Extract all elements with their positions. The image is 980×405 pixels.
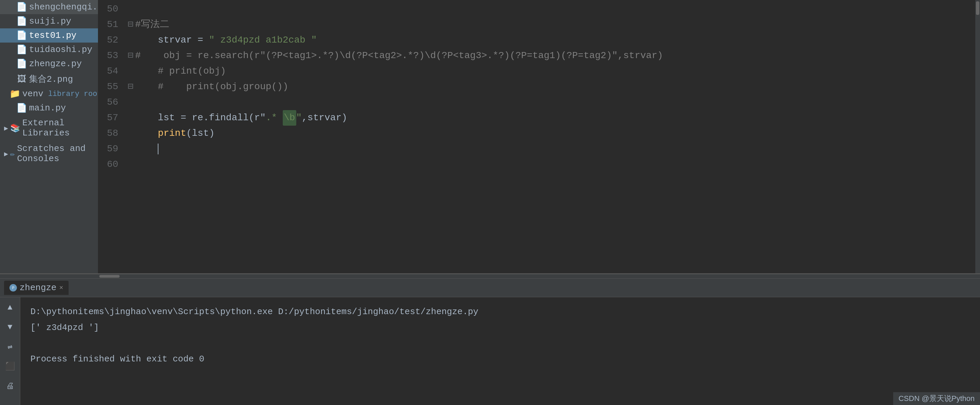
venv-extra: library root (48, 90, 98, 98)
folder-icon: 📁 (10, 89, 20, 98)
command-line: D:\pythonitems\jinghao\venv\Scripts\pyth… (30, 304, 970, 320)
str-52: " z3d4pzd a1b2cab " (209, 33, 317, 48)
sidebar: 📄 shengchengqi.py 📄 suiji.py 📄 test01.py… (0, 0, 98, 273)
comment-54: # print(obj) (135, 64, 226, 79)
h-scrollbar-thumb[interactable] (99, 275, 119, 278)
line-numbers: 50 51 52 53 54 55 56 57 58 59 60 (98, 0, 125, 273)
str-57: .* (266, 110, 282, 125)
sidebar-item-label: zhengze.py (29, 59, 82, 69)
output-line-2 (30, 336, 970, 352)
py-file-icon: 📄 (17, 17, 26, 26)
status-bar-label: CSDN @景天说Python (899, 394, 975, 403)
code-line-50 (125, 2, 975, 17)
python-svg: P (10, 285, 16, 291)
python-icon: P (10, 284, 17, 292)
scratch-icon: ✏ (10, 149, 15, 159)
line-num-51: 51 (98, 17, 118, 32)
code-content: 50 51 52 53 54 55 56 57 58 59 60 (98, 0, 980, 273)
line-num-58: 58 (98, 125, 118, 141)
sidebar-item-shengchengqi[interactable]: 📄 shengchengqi.py (0, 0, 98, 14)
sidebar-item-external-libs[interactable]: ▶ 📚 External Libraries (0, 115, 98, 141)
code-line-54: # print(obj) (125, 64, 975, 79)
gutter-fold-55: ⊟ (128, 79, 135, 95)
sidebar-item-label: main.py (29, 103, 66, 113)
code-area: 50 51 52 53 54 55 56 57 58 59 60 (98, 0, 980, 273)
sidebar-item-label: Scratches and Consoles (17, 144, 94, 164)
code-line-55: ⊟ # print(obj.group()) (125, 79, 975, 95)
status-bar: CSDN @景天说Python (893, 392, 980, 405)
bottom-panel: P zhengze × ▲ ▼ ⇌ ⬛ 🖨 D:\pythonitems\jin… (0, 273, 980, 405)
code-57-2: ,strvar) (302, 110, 347, 125)
img-file-icon: 🖼 (17, 74, 26, 84)
code-52: strvar = (135, 33, 209, 48)
highlight-57: \b (283, 110, 296, 126)
py-file-icon: 📄 (17, 59, 26, 68)
code-lines[interactable]: ⊟ #写法二 strvar = " z3d4pzd a1b2cab " ⊟ # … (125, 0, 975, 273)
code-line-56 (125, 95, 975, 110)
sidebar-item-main[interactable]: 📄 main.py (0, 101, 98, 115)
console-tab-zhengze[interactable]: P zhengze × (4, 281, 68, 295)
sidebar-item-label: External Libraries (22, 118, 94, 138)
sidebar-item-label: suiji.py (29, 16, 71, 26)
bottom-tabs: P zhengze × (0, 279, 980, 297)
print-button[interactable]: 🖨 (3, 379, 17, 392)
code-line-52: strvar = " z3d4pzd a1b2cab " (125, 32, 975, 48)
chevron-icon: ▶ (4, 149, 8, 158)
console-sidebar: ▲ ▼ ⇌ ⬛ 🖨 (0, 297, 20, 405)
horizontal-scrollbar[interactable] (0, 274, 980, 279)
tab-label: zhengze (20, 283, 56, 293)
chevron-icon: ▶ (4, 124, 8, 132)
code-line-58: print(lst) (125, 125, 975, 141)
output-line-1: [' z3d4pzd '] (30, 320, 970, 336)
line-num-55: 55 (98, 79, 118, 95)
sidebar-item-test01[interactable]: 📄 test01.py (0, 29, 98, 43)
gutter-fold-51: ⊟ (128, 17, 135, 32)
code-58: (lst) (186, 126, 215, 141)
line-num-57: 57 (98, 110, 118, 125)
sidebar-item-label: 集合2.png (29, 73, 73, 85)
line-num-59: 59 (98, 141, 118, 157)
sidebar-item-label: test01.py (29, 30, 76, 41)
code-57-1: lst = re.findall(r" (135, 110, 266, 125)
code-line-53: ⊟ # obj = re.search(r"(?P<tag1>.*?)\d(?P… (125, 48, 975, 64)
line-num-60: 60 (98, 157, 118, 172)
tab-close-button[interactable]: × (59, 284, 63, 292)
line-num-53: 53 (98, 48, 118, 64)
svg-text:P: P (12, 286, 14, 290)
sidebar-item-jj2[interactable]: 🖼 集合2.png (0, 71, 98, 87)
output-line-3: Process finished with exit code 0 (30, 351, 970, 367)
scrollbar-thumb[interactable] (976, 2, 979, 15)
ext-libs-icon: 📚 (10, 123, 20, 133)
wrap-button[interactable]: ⇌ (3, 340, 17, 353)
venv-label: venv (22, 89, 43, 99)
code-line-59 (125, 141, 975, 157)
gutter-fold-53: ⊟ (128, 48, 135, 64)
fn-58: print (135, 126, 186, 141)
sidebar-item-tuidaoshi[interactable]: 📄 tuidaoshi.py (0, 43, 98, 57)
vertical-scrollbar[interactable] (975, 0, 980, 273)
py-file-icon: 📄 (17, 31, 26, 40)
scroll-up-button[interactable]: ▲ (3, 301, 17, 314)
console-output: D:\pythonitems\jinghao\venv\Scripts\pyth… (20, 297, 980, 405)
output-text-3: Process finished with exit code 0 (30, 354, 204, 364)
sidebar-item-label: shengchengqi.py (29, 2, 98, 12)
py-file-icon: 📄 (17, 45, 26, 54)
command-text: D:\pythonitems\jinghao\venv\Scripts\pyth… (30, 307, 478, 317)
scroll-down-button[interactable]: ▼ (3, 320, 17, 334)
main-container: 📄 shengchengqi.py 📄 suiji.py 📄 test01.py… (0, 0, 980, 273)
code-line-60 (125, 157, 975, 172)
sidebar-item-venv[interactable]: 📁 venv library root (0, 87, 98, 101)
console-body: ▲ ▼ ⇌ ⬛ 🖨 D:\pythonitems\jinghao\venv\Sc… (0, 297, 980, 405)
clear-button[interactable]: ⬛ (3, 359, 17, 373)
line-num-56: 56 (98, 95, 118, 110)
comment-51: #写法二 (135, 17, 169, 32)
sidebar-item-suiji[interactable]: 📄 suiji.py (0, 14, 98, 29)
comment-53: # obj = re.search(r"(?P<tag1>.*?)\d(?P<t… (135, 48, 663, 64)
line-num-52: 52 (98, 32, 118, 48)
sidebar-item-scratches[interactable]: ▶ ✏ Scratches and Consoles (0, 141, 98, 167)
output-text-1: [' z3d4pzd '] (30, 322, 99, 333)
line-num-50: 50 (98, 2, 118, 17)
py-file-icon: 📄 (17, 103, 26, 113)
sidebar-item-zhengze[interactable]: 📄 zhengze.py (0, 57, 98, 71)
line-num-54: 54 (98, 64, 118, 79)
